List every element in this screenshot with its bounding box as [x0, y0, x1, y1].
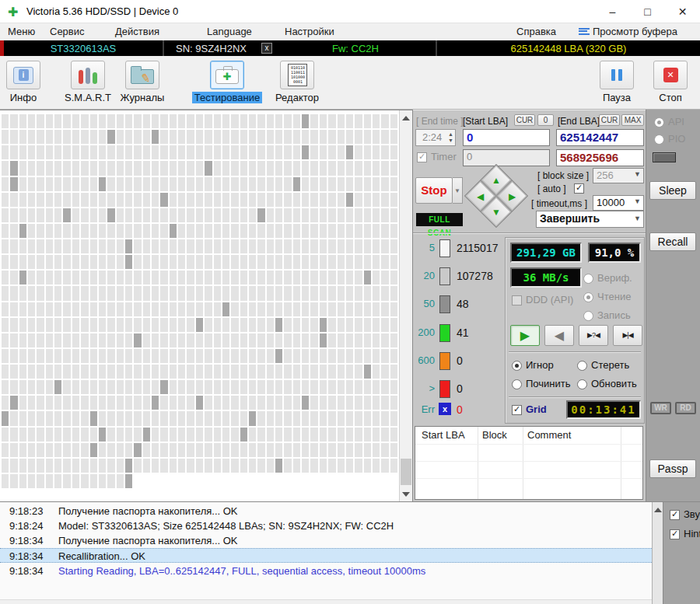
- scan-block: [2, 239, 9, 253]
- tool-editor[interactable]: 010110 110011 101000 0001 Редактор: [269, 61, 325, 103]
- timeout-combo[interactable]: 10000▼: [593, 195, 644, 211]
- start-cur-button[interactable]: CUR: [514, 114, 535, 126]
- log-row-selected[interactable]: 9:18:34Recallibration... OK: [0, 548, 652, 563]
- scan-block: [63, 443, 70, 457]
- scan-block: [310, 208, 317, 222]
- end-max-button[interactable]: MAX: [621, 114, 644, 126]
- tool-info[interactable]: i Инфо: [3, 61, 44, 103]
- end-lba-input[interactable]: 625142447: [556, 129, 644, 146]
- menu-item-settings[interactable]: Настройки: [285, 26, 334, 37]
- timer-checkbox[interactable]: Timer: [417, 151, 457, 163]
- scan-block: [284, 224, 291, 238]
- log-row[interactable]: 9:18:34Получение паспорта накопителя... …: [0, 533, 652, 548]
- victoria-window: ✚ Victoria 5.36 HDD/SSD | Device 0 – □ ✕…: [0, 0, 700, 604]
- log-row[interactable]: 9:18:34Starting Reading, LBA=0..62514244…: [0, 564, 652, 578]
- scan-block: [143, 459, 150, 473]
- scan-block: [54, 428, 61, 442]
- scan-block: [257, 177, 264, 191]
- tool-smart[interactable]: S.M.A.R.T: [62, 61, 114, 103]
- scroll-up-icon[interactable]: [402, 116, 410, 120]
- lba-secondary-input[interactable]: 568925696: [556, 149, 644, 166]
- log-row[interactable]: 9:18:24Model: ST3320613AS; Size 62514244…: [0, 518, 652, 533]
- menu-item-menu[interactable]: Меню: [8, 26, 35, 37]
- menu-item-buffer-view[interactable]: Просмотр буфера: [593, 26, 677, 37]
- scan-block: [390, 302, 397, 316]
- menu-item-service[interactable]: Сервис: [50, 26, 85, 37]
- end-time-spinner[interactable]: 2:24▲▼: [415, 129, 456, 146]
- start-zero-button[interactable]: 0: [537, 114, 554, 126]
- scan-block: [275, 271, 282, 285]
- menu-item-actions[interactable]: Действия: [115, 26, 159, 37]
- minimize-button[interactable]: –: [595, 0, 630, 23]
- play-forward-button[interactable]: ▶: [510, 325, 540, 346]
- percent-lcd: 91,0 %: [588, 243, 641, 263]
- action-radio-remap[interactable]: Починить: [512, 378, 571, 390]
- tool-pause[interactable]: Пауза: [597, 61, 636, 103]
- scroll-down-icon[interactable]: [402, 492, 410, 497]
- tool-test[interactable]: ✚ Тестирование: [190, 61, 264, 103]
- scan-block: [214, 255, 221, 269]
- scan-block: [240, 380, 247, 394]
- scan-block: [328, 302, 335, 316]
- scan-block: [275, 380, 282, 394]
- scan-block: [187, 443, 194, 457]
- sleep-button[interactable]: Sleep: [649, 181, 696, 200]
- hints-checkbox[interactable]: Hints: [670, 528, 700, 540]
- scroll-thumb[interactable]: [401, 459, 411, 485]
- scan-block: [302, 411, 309, 425]
- scan-block: [90, 193, 97, 207]
- spinner-arrows-icon[interactable]: ▲▼: [448, 131, 453, 144]
- scan-block: [63, 114, 70, 128]
- log-scroll-up-icon[interactable]: [654, 508, 662, 512]
- sound-checkbox[interactable]: Звук: [670, 508, 700, 521]
- scan-block: [19, 130, 26, 144]
- play-back-button[interactable]: ◀: [544, 325, 574, 346]
- scan-block: [293, 130, 300, 144]
- scan-stop-button[interactable]: Stop: [415, 177, 453, 204]
- maximize-button[interactable]: □: [630, 0, 665, 23]
- after-action-combo[interactable]: Завершить▼: [536, 211, 644, 228]
- action-radio-refresh[interactable]: Обновить: [577, 378, 637, 390]
- tool-logs[interactable]: ✎ Журналы: [117, 61, 168, 103]
- grid-checkbox[interactable]: Grid: [512, 403, 547, 416]
- scan-block: [143, 271, 150, 285]
- scan-stop-dropdown[interactable]: ▼: [453, 177, 463, 204]
- scan-block: [63, 239, 70, 253]
- scan-block: [10, 130, 17, 144]
- scan-block: [320, 333, 327, 347]
- scan-block: [117, 443, 124, 457]
- start-lba-input[interactable]: 0: [463, 129, 550, 146]
- menu-item-language[interactable]: Language: [207, 26, 252, 37]
- close-button[interactable]: ✕: [665, 0, 700, 23]
- menu-item-help[interactable]: Справка: [516, 26, 556, 37]
- scan-block: [346, 161, 353, 175]
- auto-checkbox[interactable]: [574, 183, 584, 194]
- scan-block: [346, 224, 353, 238]
- scan-block: [2, 474, 9, 488]
- scan-block: [364, 177, 371, 191]
- scan-block: [390, 114, 397, 128]
- passp-button[interactable]: Passp: [649, 459, 696, 478]
- action-radio-erase[interactable]: Стереть: [577, 359, 629, 372]
- scan-block: [231, 130, 238, 144]
- scan-block: [267, 177, 274, 191]
- park-button[interactable]: ▶|◀: [613, 325, 642, 346]
- action-radio-ignore[interactable]: Игнор: [512, 359, 554, 372]
- drive-close-icon[interactable]: x: [261, 43, 272, 54]
- scan-block: [240, 428, 247, 442]
- scan-block: [222, 365, 229, 379]
- scan-block: [90, 380, 97, 394]
- scan-scrollbar[interactable]: [399, 110, 412, 502]
- scan-block: [178, 286, 185, 300]
- log-row[interactable]: 9:18:23Получение паспорта накопителя... …: [0, 504, 652, 518]
- end-cur-button[interactable]: CUR: [599, 114, 620, 126]
- scan-block: [302, 255, 309, 269]
- scan-block: [355, 318, 362, 332]
- log-scrollbar[interactable]: [652, 502, 663, 604]
- scan-block: [284, 161, 291, 175]
- scan-block: [196, 443, 203, 457]
- recall-button[interactable]: Recall: [649, 232, 696, 251]
- tool-stop[interactable]: ✕ Стоп: [650, 61, 691, 103]
- seek-test-button[interactable]: ▶?◀: [579, 325, 608, 346]
- scan-block: [240, 411, 247, 425]
